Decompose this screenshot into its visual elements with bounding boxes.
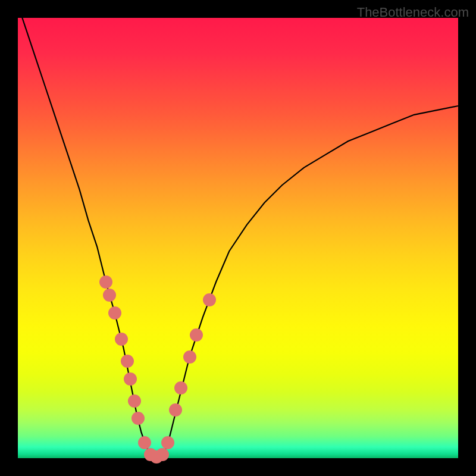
highlight-dot — [169, 403, 182, 416]
highlight-dot — [103, 289, 116, 302]
highlight-dot — [183, 350, 196, 364]
highlight-dot — [156, 448, 169, 461]
highlight-dot — [99, 275, 112, 289]
highlight-dot — [203, 293, 216, 306]
highlight-dot — [108, 306, 121, 320]
highlight-dot — [138, 436, 151, 449]
highlight-dot — [128, 394, 141, 408]
highlight-dot — [161, 436, 174, 449]
plot-area — [18, 18, 458, 458]
highlight-dot — [131, 412, 145, 425]
highlight-dot — [190, 328, 203, 342]
watermark-text: TheBottleneck.com — [357, 5, 469, 20]
highlight-dot — [174, 381, 187, 394]
highlight-dot — [124, 372, 137, 386]
highlight-dot — [121, 355, 134, 368]
dots-layer — [18, 18, 458, 458]
highlight-dot — [115, 333, 128, 346]
